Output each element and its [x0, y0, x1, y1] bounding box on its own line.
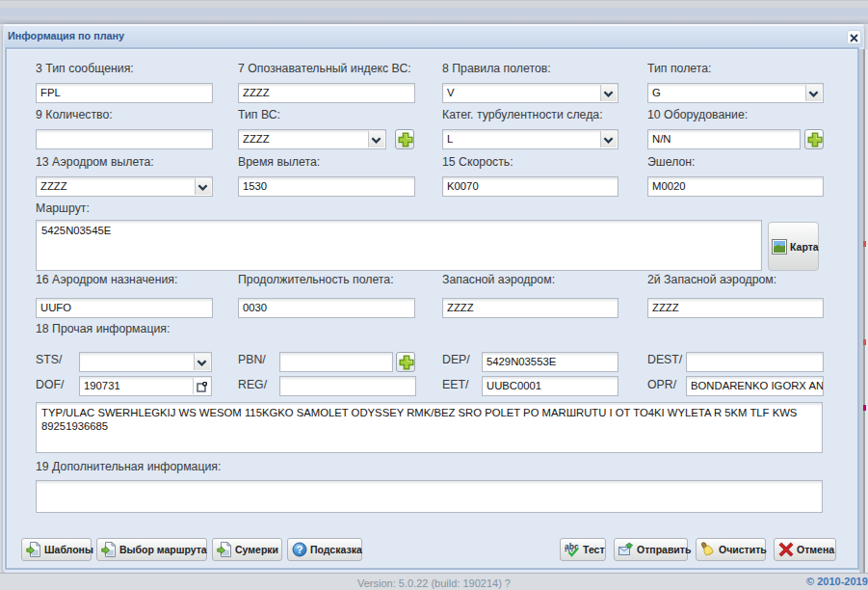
svg-text:?: ? [297, 544, 303, 555]
